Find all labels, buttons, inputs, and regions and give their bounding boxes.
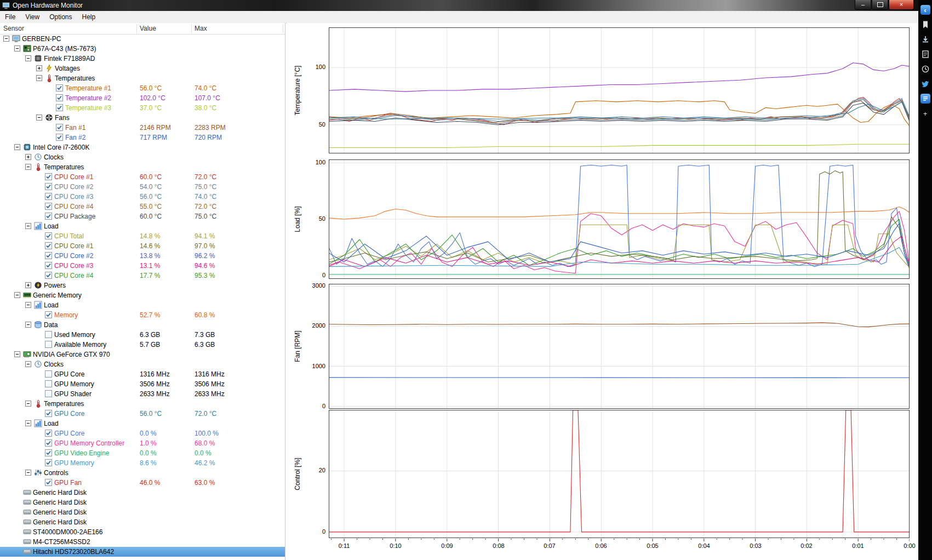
sensor-checkbox[interactable] xyxy=(45,430,52,437)
column-header-value[interactable]: Value xyxy=(140,25,156,32)
tree-row[interactable]: Hitachi HDS723020BLA642 xyxy=(0,547,285,557)
sensor-checkbox[interactable] xyxy=(45,262,52,269)
tree-row[interactable]: Generic Hard Disk xyxy=(0,507,285,517)
collapse-icon[interactable] xyxy=(25,55,31,61)
sensor-checkbox[interactable] xyxy=(56,84,63,92)
sensor-checkbox[interactable] xyxy=(45,459,52,466)
tree-row[interactable]: GPU Memory3506 MHz3506 MHz xyxy=(0,379,285,389)
tree-row[interactable]: Controls xyxy=(0,468,285,478)
tree-row[interactable]: GPU Memory Controller1.0 %68.0 % xyxy=(0,438,285,448)
tree-row[interactable]: CPU Core #213.8 %96.2 % xyxy=(0,251,285,261)
tree-row[interactable]: Fan #12146 RPM2283 RPM xyxy=(0,123,285,133)
column-separator[interactable] xyxy=(283,24,283,33)
maximize-button[interactable] xyxy=(872,0,888,10)
expand-icon[interactable] xyxy=(25,282,31,288)
expand-icon[interactable] xyxy=(25,154,31,160)
sensor-checkbox[interactable] xyxy=(45,232,52,239)
minimize-button[interactable]: – xyxy=(855,0,871,10)
collapse-icon[interactable] xyxy=(14,351,20,357)
sensor-checkbox[interactable] xyxy=(45,331,52,338)
collapse-icon[interactable] xyxy=(25,401,31,407)
sensor-checkbox[interactable] xyxy=(45,311,52,318)
tree-row[interactable]: Load xyxy=(0,300,285,310)
tree-row[interactable]: Generic Hard Disk xyxy=(0,498,285,507)
tree-row[interactable]: Temperatures xyxy=(0,399,285,409)
download-icon[interactable] xyxy=(920,35,930,44)
tree-row[interactable]: M4-CT256M4SSD2 xyxy=(0,537,285,547)
tree-row[interactable]: Generic Memory xyxy=(0,290,285,300)
tree-row[interactable]: Powers xyxy=(0,281,285,290)
collapse-icon[interactable] xyxy=(36,75,42,81)
tree-row[interactable]: Available Memory5.7 GB6.3 GB xyxy=(0,340,285,350)
menu-help[interactable]: Help xyxy=(77,11,101,23)
column-header-sensor[interactable]: Sensor xyxy=(3,25,24,32)
tree-row[interactable]: NVIDIA GeForce GTX 970 xyxy=(0,350,285,359)
sensor-checkbox[interactable] xyxy=(45,449,52,456)
tree-row[interactable]: CPU Core #160.0 °C72.0 °C xyxy=(0,172,285,182)
add-icon[interactable]: + xyxy=(920,108,930,118)
tree-row[interactable]: Clocks xyxy=(0,152,285,162)
sensor-checkbox[interactable] xyxy=(56,104,63,111)
tree-row[interactable]: Used Memory6.3 GB7.3 GB xyxy=(0,330,285,340)
sensor-checkbox[interactable] xyxy=(45,370,52,378)
collapse-icon[interactable] xyxy=(25,470,31,476)
history-icon[interactable] xyxy=(920,64,930,74)
collapse-icon[interactable] xyxy=(25,322,31,328)
tree-row[interactable]: GPU Video Engine0.0 %0.0 % xyxy=(0,448,285,458)
column-header-max[interactable]: Max xyxy=(195,25,207,32)
tree-row[interactable]: GERBEN-PC xyxy=(0,34,285,44)
collapse-icon[interactable] xyxy=(25,223,31,229)
sensor-checkbox[interactable] xyxy=(45,252,52,259)
sensor-checkbox[interactable] xyxy=(56,134,63,141)
tree-row[interactable]: CPU Total14.8 %94.1 % xyxy=(0,231,285,241)
sensor-checkbox[interactable] xyxy=(45,213,52,220)
app-tile-icon[interactable] xyxy=(920,94,930,104)
tree-row[interactable]: Fan #2717 RPM720 RPM xyxy=(0,133,285,142)
tree-row[interactable]: Temperature #2102.0 °C107.0 °C xyxy=(0,93,285,103)
tree-row[interactable]: Temperatures xyxy=(0,162,285,172)
collapse-icon[interactable] xyxy=(25,361,31,367)
menu-view[interactable]: View xyxy=(20,11,44,23)
collapse-icon[interactable] xyxy=(3,36,9,42)
collapse-icon[interactable] xyxy=(14,144,20,150)
tree-row[interactable]: GPU Shader2633 MHz2633 MHz xyxy=(0,389,285,399)
tree-row[interactable]: Generic Hard Disk xyxy=(0,517,285,527)
column-separator[interactable] xyxy=(136,24,137,33)
twitter-icon[interactable] xyxy=(920,79,930,89)
tree-row[interactable]: Voltages xyxy=(0,64,285,73)
sensor-checkbox[interactable] xyxy=(45,272,52,279)
tree-row[interactable]: CPU Package60.0 °C75.0 °C xyxy=(0,212,285,221)
tree-row[interactable]: GPU Core56.0 °C72.0 °C xyxy=(0,409,285,419)
sensor-checkbox[interactable] xyxy=(45,183,52,190)
collapse-icon[interactable] xyxy=(25,164,31,170)
collapse-icon[interactable] xyxy=(14,45,20,52)
sensor-checkbox[interactable] xyxy=(56,94,63,101)
tree-row[interactable]: GPU Core0.0 %100.0 % xyxy=(0,428,285,438)
sensor-checkbox[interactable] xyxy=(45,380,52,387)
tree-row[interactable]: ST4000DM000-2AE166 xyxy=(0,527,285,537)
document-icon[interactable] xyxy=(920,49,930,59)
sensor-checkbox[interactable] xyxy=(45,341,52,348)
tree-row[interactable]: Generic Hard Disk xyxy=(0,488,285,498)
collapse-icon[interactable] xyxy=(36,115,42,121)
sensor-checkbox[interactable] xyxy=(45,410,52,417)
tree-row[interactable]: GPU Fan46.0 %63.0 % xyxy=(0,478,285,488)
expand-icon[interactable] xyxy=(36,65,42,71)
tree-row[interactable]: GPU Memory8.6 %46.2 % xyxy=(0,458,285,468)
tree-row[interactable]: CPU Core #356.0 °C74.0 °C xyxy=(0,192,285,202)
sensor-checkbox[interactable] xyxy=(45,173,52,180)
bookmark-icon[interactable] xyxy=(920,20,930,30)
tree-row[interactable]: CPU Core #254.0 °C75.0 °C xyxy=(0,182,285,192)
tree-row[interactable]: P67A-C43 (MS-7673) xyxy=(0,44,285,54)
tree-row[interactable]: CPU Core #455.0 °C72.0 °C xyxy=(0,202,285,212)
sensor-checkbox[interactable] xyxy=(45,439,52,447)
tree-row[interactable]: Temperatures xyxy=(0,73,285,83)
tree-row[interactable]: Data xyxy=(0,320,285,330)
collapse-icon[interactable] xyxy=(14,292,20,298)
sensor-checkbox[interactable] xyxy=(45,390,52,397)
tree-row[interactable]: Memory52.7 %60.8 % xyxy=(0,310,285,320)
collapse-icon[interactable] xyxy=(25,420,31,426)
sensor-checkbox[interactable] xyxy=(45,203,52,210)
tree-row[interactable]: Temperature #156.0 °C74.0 °C xyxy=(0,83,285,93)
tree-row[interactable]: CPU Core #313.1 %94.6 % xyxy=(0,261,285,271)
